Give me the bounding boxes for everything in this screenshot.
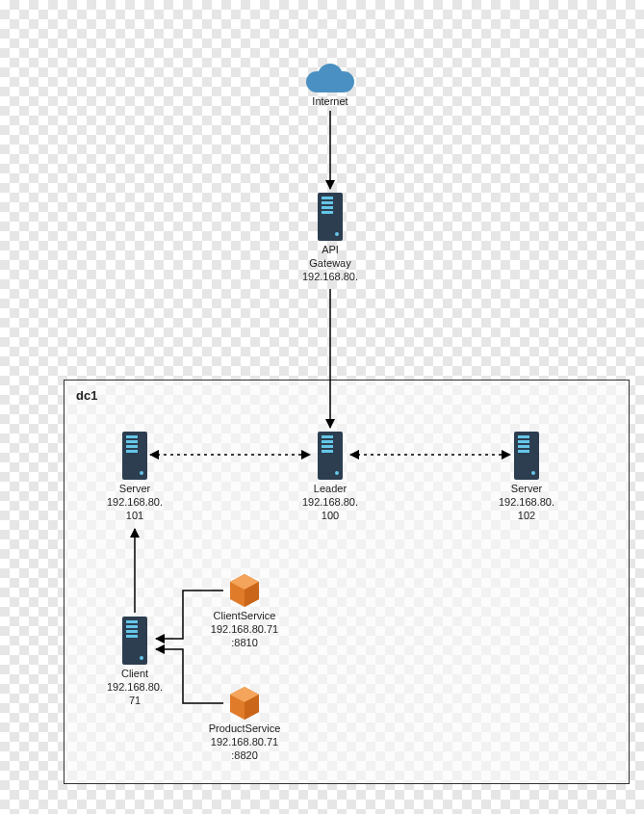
client-label-1: Client (105, 668, 165, 681)
server-icon (318, 193, 343, 241)
server-icon (318, 432, 343, 480)
internet-label: Internet (306, 95, 354, 109)
client-label-2: 192.168.80. (105, 681, 165, 695)
internet-node: Internet (306, 64, 354, 109)
product-service-label-2: 192.168.80.71 (202, 736, 287, 749)
gateway-label-2: Gateway (300, 257, 360, 271)
lambda-cube-icon (230, 574, 259, 607)
cloud-icon (306, 64, 354, 92)
server-right-label-2: 192.168.80. (497, 496, 556, 510)
leader-node: Leader 192.168.80. 100 (300, 432, 360, 522)
server-icon (122, 617, 147, 665)
leader-label-1: Leader (300, 483, 360, 496)
gateway-label-1: API (300, 244, 360, 257)
client-label-3: 71 (105, 695, 165, 708)
server-right-node: Server 192.168.80. 102 (497, 432, 556, 522)
gateway-label-3: 192.168.80. (300, 271, 360, 284)
server-icon (122, 432, 147, 480)
client-node: Client 192.168.80. 71 (105, 617, 165, 707)
leader-label-2: 192.168.80. (300, 496, 360, 510)
client-service-label-2: 192.168.80.71 (206, 623, 283, 637)
server-icon (514, 432, 539, 480)
client-service-node: ClientService 192.168.80.71 :8810 (206, 574, 283, 649)
product-service-label-3: :8820 (202, 749, 287, 763)
client-service-label-3: :8810 (206, 637, 283, 650)
server-right-label-3: 102 (497, 510, 556, 523)
lambda-cube-icon (230, 687, 259, 720)
server-left-label-3: 101 (105, 510, 165, 523)
product-service-label-1: ProductService (202, 722, 287, 736)
server-left-node: Server 192.168.80. 101 (105, 432, 165, 522)
server-right-label-1: Server (497, 483, 556, 496)
product-service-node: ProductService 192.168.80.71 :8820 (202, 687, 287, 762)
api-gateway-node: API Gateway 192.168.80. (300, 193, 360, 283)
leader-label-3: 100 (300, 510, 360, 523)
server-left-label-1: Server (105, 483, 165, 496)
client-service-label-1: ClientService (206, 610, 283, 623)
server-left-label-2: 192.168.80. (105, 496, 165, 510)
